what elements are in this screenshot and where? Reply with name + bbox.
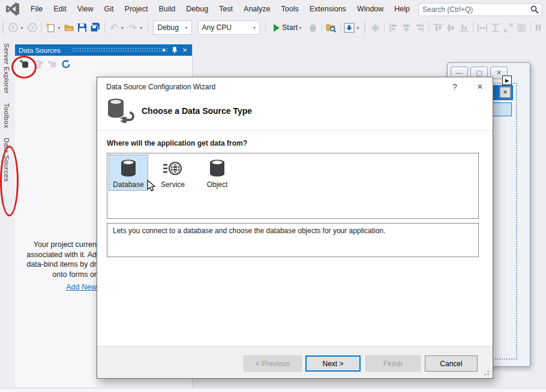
toolbar-separator: [148, 22, 148, 34]
dialog-footer: < Previous Next > Finish Cancel: [97, 346, 493, 378]
object-icon: [208, 158, 226, 179]
same-width-icon: [476, 20, 488, 35]
tab-toolbox[interactable]: Toolbox: [0, 98, 13, 133]
navigate-back-icon[interactable]: [7, 20, 19, 35]
menu-tools[interactable]: Tools: [276, 2, 304, 16]
dialog-title-bar[interactable]: Data Source Configuration Wizard ? ×: [97, 77, 493, 97]
finish-button[interactable]: Finish: [365, 355, 421, 372]
align-lefts-icon: [388, 20, 400, 35]
source-type-database[interactable]: Database: [109, 155, 148, 190]
navigate-back-caret-icon[interactable]: ▾: [19, 20, 25, 35]
menu-test[interactable]: Test: [214, 2, 238, 16]
source-type-label: Object: [207, 180, 228, 189]
close-panel-icon[interactable]: ×: [180, 46, 190, 55]
smart-tag-arrow-icon[interactable]: ▶: [502, 76, 512, 85]
hot-reload-icon: [307, 20, 319, 35]
dialog-title: Data Source Configuration Wizard: [97, 83, 442, 91]
menu-bar: File Edit View Git Project Build Debug T…: [0, 0, 546, 18]
service-icon: [163, 158, 183, 179]
add-new-data-source-icon[interactable]: [19, 58, 31, 70]
new-project-caret-icon[interactable]: ▾: [56, 20, 62, 35]
mouse-cursor-icon: [147, 180, 156, 193]
menu-debug[interactable]: Debug: [181, 2, 214, 16]
chevron-down-icon: ▾: [185, 25, 188, 31]
size-to-grid-icon: [515, 20, 527, 35]
toolbar-separator: [530, 22, 531, 34]
search-input[interactable]: Search (Ctrl+Q): [418, 3, 542, 16]
redo-icon[interactable]: ↷: [127, 20, 139, 35]
search-placeholder: Search (Ctrl+Q): [419, 5, 530, 14]
same-height-icon: [489, 20, 501, 35]
configure-with-wizard-icon: [32, 58, 44, 70]
visual-studio-logo-icon: [6, 2, 20, 16]
start-label: Start: [282, 23, 298, 32]
data-sources-toolbar: [15, 56, 192, 73]
undo-icon[interactable]: ↶: [108, 20, 120, 35]
find-in-files-icon[interactable]: [325, 20, 337, 35]
menu-view[interactable]: View: [72, 2, 99, 16]
dialog-resize-grip[interactable]: [482, 369, 490, 376]
align-tops-icon: [432, 20, 444, 35]
menu-extensions[interactable]: Extensions: [304, 2, 352, 16]
dialog-heading: Choose a Data Source Type: [142, 106, 252, 116]
save-all-icon[interactable]: [89, 20, 101, 35]
menu-project[interactable]: Project: [119, 2, 154, 16]
bottom-frame: [0, 388, 546, 392]
side-tab-strip: Server Explorer Toolbox Data Sources: [0, 37, 15, 388]
new-project-icon[interactable]: [44, 20, 56, 35]
undo-caret-icon[interactable]: ▾: [119, 20, 125, 35]
open-file-icon[interactable]: [64, 20, 76, 35]
start-caret-icon[interactable]: ▾: [299, 25, 301, 31]
same-size-icon: [502, 20, 514, 35]
toolbar-separator: [41, 22, 41, 34]
preview-changes-caret-icon[interactable]: ▾: [355, 20, 361, 35]
solution-configuration-select[interactable]: Debug▾: [153, 20, 191, 35]
align-centers-icon: [401, 20, 413, 35]
toolbar-grip[interactable]: [364, 21, 367, 34]
source-type-label: Database: [113, 180, 143, 189]
preview-changes-icon[interactable]: [344, 20, 356, 35]
snap-to-grid-icon: [369, 20, 381, 35]
standard-toolbar: ▾ ▾ ↶ ▾ ↷ ▾ Debug▾ Any CPU▾: [0, 18, 546, 38]
toolbar-separator: [428, 22, 429, 34]
menu-help[interactable]: Help: [389, 2, 415, 16]
toolbar-separator: [322, 22, 322, 34]
tab-server-explorer[interactable]: Server Explorer: [0, 38, 13, 98]
start-debugging-button[interactable]: Start ▾: [271, 22, 304, 33]
database-icon: [119, 158, 137, 179]
window-position-caret-icon[interactable]: ▾: [159, 47, 169, 53]
solution-platform-select[interactable]: Any CPU▾: [198, 20, 260, 35]
dialog-help-button[interactable]: ?: [442, 78, 467, 96]
source-type-service[interactable]: Service: [154, 155, 192, 190]
previous-button[interactable]: < Previous: [244, 355, 302, 372]
panel-empty-message: Your project curren associated with it. …: [20, 240, 97, 279]
auto-hide-pin-icon[interactable]: [170, 46, 178, 54]
source-type-label: Service: [161, 180, 185, 189]
tab-data-sources[interactable]: Data Sources: [0, 133, 13, 186]
menu-git[interactable]: Git: [99, 2, 119, 16]
redo-caret-icon[interactable]: ▾: [138, 20, 145, 35]
chevron-down-icon: ▾: [253, 25, 256, 31]
data-sources-panel-header[interactable]: Data Sources ▾ ×: [15, 44, 192, 56]
dialog-header-separator: [97, 130, 493, 131]
save-icon[interactable]: [76, 20, 88, 35]
search-icon[interactable]: [530, 5, 539, 14]
refresh-icon[interactable]: [60, 58, 72, 70]
source-type-description: Lets you connect to a database and choos…: [113, 227, 385, 235]
dialog-close-button[interactable]: ×: [467, 78, 493, 96]
cancel-button[interactable]: Cancel: [425, 355, 478, 372]
menu-window[interactable]: Window: [352, 2, 389, 16]
menu-build[interactable]: Build: [153, 2, 181, 16]
next-button[interactable]: Next >: [305, 355, 361, 372]
menu-analyze[interactable]: Analyze: [238, 2, 275, 16]
add-new-data-source-link[interactable]: Add New: [20, 283, 97, 291]
form-close-button[interactable]: ×: [499, 86, 511, 98]
menu-file[interactable]: File: [25, 2, 48, 16]
navigate-forward-icon[interactable]: [26, 20, 38, 35]
overflow-icon: [533, 20, 545, 35]
toolbar-grip[interactable]: [2, 21, 5, 34]
panel-title: Data Sources: [15, 47, 61, 54]
source-type-object[interactable]: Object: [198, 155, 236, 190]
menu-edit[interactable]: Edit: [48, 2, 72, 16]
toolbar-separator: [473, 22, 473, 34]
